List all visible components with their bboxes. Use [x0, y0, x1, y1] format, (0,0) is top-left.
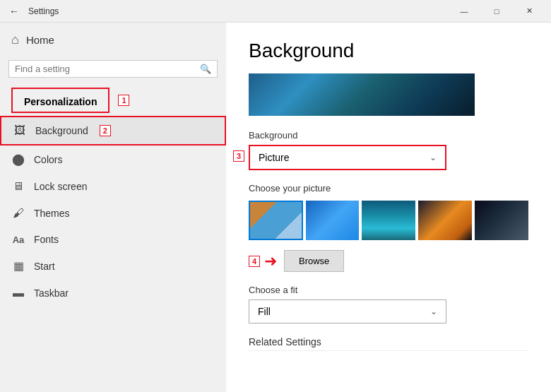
sidebar-item-taskbar[interactable]: ▬ Taskbar	[0, 280, 226, 307]
sidebar: ⌂ Home 🔍 Personalization 1 🖼 Background …	[0, 23, 226, 392]
sidebar-search-box[interactable]: 🔍	[8, 60, 218, 78]
sidebar-item-colors[interactable]: ⬤ Colors	[0, 145, 226, 173]
lockscreen-label: Lock screen	[34, 181, 87, 192]
content-area: Background Background 3 Picture ⌄ Choose…	[226, 23, 551, 392]
annotation-4: 4	[249, 256, 260, 267]
picture-thumb-2[interactable]	[306, 201, 360, 240]
window-controls: — □ ✕	[448, 0, 545, 23]
background-preview	[249, 73, 475, 116]
sidebar-item-background[interactable]: 🖼 Background 2	[0, 116, 226, 145]
minimize-button[interactable]: —	[448, 0, 480, 23]
taskbar-icon: ▬	[11, 287, 25, 299]
background-dropdown-wrapper: 3 Picture ⌄	[249, 145, 528, 170]
arrow-annotation: 4 ➜	[249, 252, 277, 271]
sidebar-item-home[interactable]: ⌂ Home	[0, 23, 226, 57]
choose-picture-label: Choose your picture	[249, 183, 528, 194]
fit-dropdown-value: Fill	[258, 306, 271, 317]
lockscreen-icon: 🖥	[11, 180, 25, 193]
background-icon: 🖼	[13, 124, 27, 137]
colors-icon: ⬤	[11, 153, 25, 166]
background-field-label: Background	[249, 130, 528, 141]
fit-dropdown[interactable]: Fill ⌄	[249, 299, 446, 323]
sidebar-item-themes[interactable]: 🖌 Themes	[0, 200, 226, 227]
background-label: Background	[35, 125, 88, 136]
app-title: Settings	[28, 6, 59, 16]
back-button[interactable]: ←	[6, 3, 23, 20]
picture-grid	[249, 201, 528, 240]
fonts-label: Fonts	[34, 234, 59, 245]
start-icon: ▦	[11, 259, 25, 273]
annotation-2: 2	[100, 125, 111, 136]
fit-dropdown-chevron: ⌄	[430, 307, 437, 316]
fit-field-label: Choose a fit	[249, 285, 528, 295]
picture-thumb-3[interactable]	[362, 201, 415, 240]
browse-button[interactable]: Browse	[284, 250, 344, 272]
title-bar: ← Settings — □ ✕	[0, 0, 551, 23]
personalization-section-title: Personalization	[11, 88, 109, 113]
sidebar-item-fonts[interactable]: Aa Fonts	[0, 227, 226, 252]
picture-thumb-5[interactable]	[475, 201, 528, 240]
page-title: Background	[249, 40, 528, 62]
browse-area: 4 ➜ Browse	[249, 250, 528, 272]
sidebar-item-start[interactable]: ▦ Start	[0, 252, 226, 280]
sidebar-item-lockscreen[interactable]: 🖥 Lock screen	[0, 173, 226, 200]
home-icon: ⌂	[11, 32, 19, 47]
search-icon: 🔍	[200, 64, 211, 74]
restore-button[interactable]: □	[480, 0, 513, 23]
related-settings-title: Related Settings	[249, 336, 528, 351]
taskbar-label: Taskbar	[34, 287, 69, 299]
fonts-icon: Aa	[11, 234, 25, 245]
search-input[interactable]	[15, 64, 200, 74]
background-dropdown[interactable]: Picture ⌄	[249, 145, 446, 170]
annotation-3: 3	[233, 150, 244, 162]
app-body: ⌂ Home 🔍 Personalization 1 🖼 Background …	[0, 23, 551, 392]
arrow-icon: ➜	[264, 252, 277, 271]
picture-thumb-1[interactable]	[249, 201, 303, 240]
annotation-1: 1	[118, 95, 129, 106]
background-dropdown-value: Picture	[259, 152, 290, 163]
themes-label: Themes	[34, 208, 70, 219]
colors-label: Colors	[34, 154, 62, 165]
themes-icon: 🖌	[11, 207, 25, 220]
picture-thumb-4[interactable]	[418, 201, 472, 240]
start-label: Start	[34, 261, 55, 272]
sidebar-home-label: Home	[26, 34, 54, 46]
background-dropdown-chevron: ⌄	[429, 153, 437, 162]
close-button[interactable]: ✕	[513, 0, 545, 23]
